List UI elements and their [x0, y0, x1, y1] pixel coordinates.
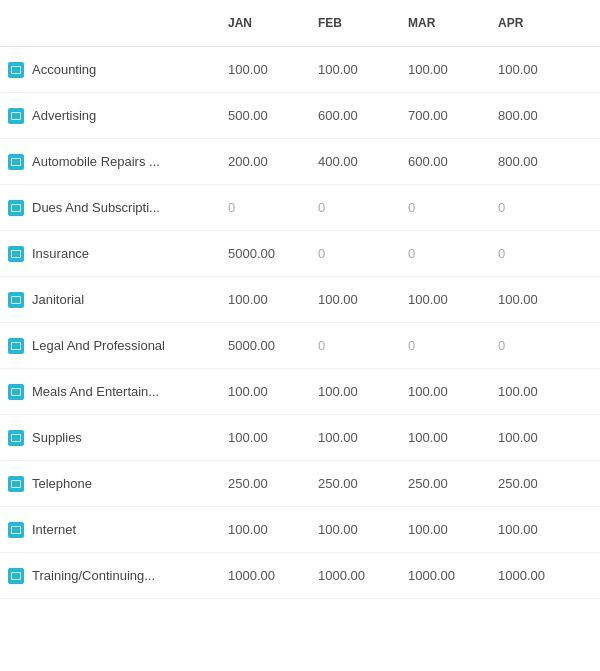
row-jan: 250.00 [220, 466, 310, 501]
row-mar: 100.00 [400, 512, 490, 547]
col-header-apr: APR [490, 10, 580, 36]
row-name: Accounting [32, 62, 96, 77]
table-row[interactable]: Advertising 500.00 600.00 700.00 800.00 [0, 93, 600, 139]
table-header: JAN FEB MAR APR [0, 0, 600, 47]
row-label: Advertising [0, 98, 220, 134]
row-apr: 0 [490, 190, 580, 225]
row-name: Supplies [32, 430, 82, 445]
row-name: Meals And Entertain... [32, 384, 159, 399]
row-feb: 400.00 [310, 144, 400, 179]
row-name: Internet [32, 522, 76, 537]
table-body: Accounting 100.00 100.00 100.00 100.00 A… [0, 47, 600, 599]
row-jan: 5000.00 [220, 328, 310, 363]
row-icon [8, 522, 24, 538]
row-jan: 100.00 [220, 282, 310, 317]
row-mar: 100.00 [400, 374, 490, 409]
row-jan: 5000.00 [220, 236, 310, 271]
col-header-jan: JAN [220, 10, 310, 36]
row-apr: 100.00 [490, 282, 580, 317]
row-mar: 100.00 [400, 52, 490, 87]
row-apr: 800.00 [490, 98, 580, 133]
col-header-mar: MAR [400, 10, 490, 36]
row-mar: 1000.00 [400, 558, 490, 593]
row-jan: 0 [220, 190, 310, 225]
row-icon [8, 292, 24, 308]
row-label: Legal And Professional [0, 328, 220, 364]
table-row[interactable]: Internet 100.00 100.00 100.00 100.00 [0, 507, 600, 553]
row-jan: 100.00 [220, 374, 310, 409]
row-feb: 100.00 [310, 52, 400, 87]
row-label: Meals And Entertain... [0, 374, 220, 410]
row-icon [8, 154, 24, 170]
table-row[interactable]: Janitorial 100.00 100.00 100.00 100.00 [0, 277, 600, 323]
row-apr: 0 [490, 236, 580, 271]
row-feb: 600.00 [310, 98, 400, 133]
row-name: Insurance [32, 246, 89, 261]
row-feb: 0 [310, 328, 400, 363]
table-row[interactable]: Automobile Repairs ... 200.00 400.00 600… [0, 139, 600, 185]
col-header-feb: FEB [310, 10, 400, 36]
table-row[interactable]: Insurance 5000.00 0 0 0 [0, 231, 600, 277]
row-apr: 1000.00 [490, 558, 580, 593]
row-name: Dues And Subscripti... [32, 200, 160, 215]
row-mar: 100.00 [400, 420, 490, 455]
expenses-table: JAN FEB MAR APR Accounting 100.00 100.00… [0, 0, 600, 671]
row-feb: 0 [310, 190, 400, 225]
row-icon [8, 200, 24, 216]
row-feb: 250.00 [310, 466, 400, 501]
row-label: Accounting [0, 52, 220, 88]
row-mar: 250.00 [400, 466, 490, 501]
row-icon [8, 430, 24, 446]
table-row[interactable]: Supplies 100.00 100.00 100.00 100.00 [0, 415, 600, 461]
row-mar: 0 [400, 236, 490, 271]
row-icon [8, 384, 24, 400]
row-mar: 0 [400, 190, 490, 225]
row-feb: 0 [310, 236, 400, 271]
row-label: Dues And Subscripti... [0, 190, 220, 226]
row-icon [8, 338, 24, 354]
table-row[interactable]: Accounting 100.00 100.00 100.00 100.00 [0, 47, 600, 93]
row-label: Internet [0, 512, 220, 548]
table-row[interactable]: Training/Continuing... 1000.00 1000.00 1… [0, 553, 600, 599]
row-feb: 100.00 [310, 374, 400, 409]
table-row[interactable]: Meals And Entertain... 100.00 100.00 100… [0, 369, 600, 415]
row-name: Automobile Repairs ... [32, 154, 160, 169]
table-row[interactable]: Legal And Professional 5000.00 0 0 0 [0, 323, 600, 369]
row-apr: 100.00 [490, 420, 580, 455]
row-apr: 100.00 [490, 52, 580, 87]
row-name: Telephone [32, 476, 92, 491]
row-jan: 500.00 [220, 98, 310, 133]
row-jan: 100.00 [220, 512, 310, 547]
row-feb: 100.00 [310, 282, 400, 317]
row-apr: 100.00 [490, 512, 580, 547]
row-icon [8, 568, 24, 584]
row-icon [8, 246, 24, 262]
row-mar: 700.00 [400, 98, 490, 133]
row-apr: 250.00 [490, 466, 580, 501]
row-label: Training/Continuing... [0, 558, 220, 594]
row-feb: 100.00 [310, 420, 400, 455]
col-header-name [0, 10, 220, 36]
row-jan: 100.00 [220, 420, 310, 455]
row-label: Janitorial [0, 282, 220, 318]
row-mar: 0 [400, 328, 490, 363]
row-name: Legal And Professional [32, 338, 165, 353]
row-jan: 100.00 [220, 52, 310, 87]
table-row[interactable]: Telephone 250.00 250.00 250.00 250.00 [0, 461, 600, 507]
row-jan: 1000.00 [220, 558, 310, 593]
row-feb: 1000.00 [310, 558, 400, 593]
row-label: Automobile Repairs ... [0, 144, 220, 180]
row-icon [8, 108, 24, 124]
row-mar: 100.00 [400, 282, 490, 317]
row-feb: 100.00 [310, 512, 400, 547]
row-label: Supplies [0, 420, 220, 456]
row-icon [8, 62, 24, 78]
row-mar: 600.00 [400, 144, 490, 179]
row-apr: 0 [490, 328, 580, 363]
row-label: Telephone [0, 466, 220, 502]
row-apr: 100.00 [490, 374, 580, 409]
row-apr: 800.00 [490, 144, 580, 179]
row-label: Insurance [0, 236, 220, 272]
row-jan: 200.00 [220, 144, 310, 179]
table-row[interactable]: Dues And Subscripti... 0 0 0 0 [0, 185, 600, 231]
